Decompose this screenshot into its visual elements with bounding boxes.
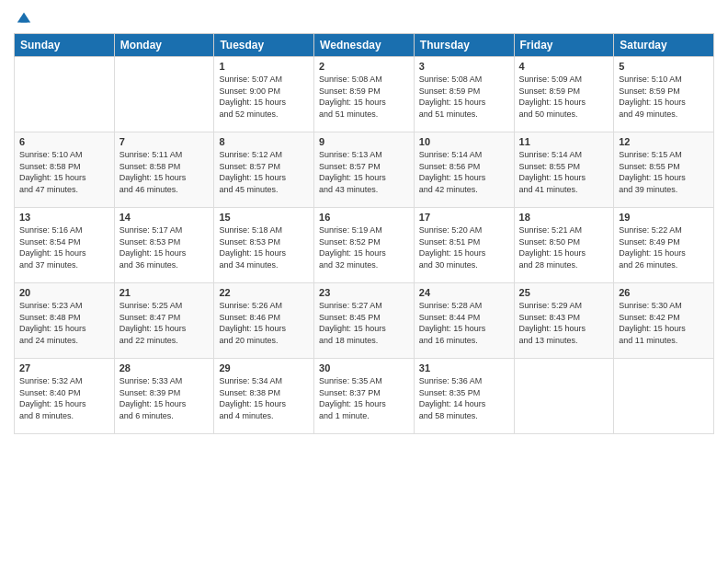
cell-content: Sunrise: 5:14 AM Sunset: 8:55 PM Dayligh…: [519, 149, 609, 195]
calendar-cell: 24Sunrise: 5:28 AM Sunset: 8:44 PM Dayli…: [414, 283, 514, 359]
calendar-cell: 26Sunrise: 5:30 AM Sunset: 8:42 PM Dayli…: [614, 283, 714, 359]
day-number: 5: [619, 61, 709, 72]
day-number: 1: [219, 61, 309, 72]
cell-content: Sunrise: 5:28 AM Sunset: 8:44 PM Dayligh…: [419, 300, 509, 346]
day-number: 9: [319, 136, 409, 147]
calendar-cell: 3Sunrise: 5:08 AM Sunset: 8:59 PM Daylig…: [414, 57, 514, 132]
cell-content: Sunrise: 5:36 AM Sunset: 8:35 PM Dayligh…: [419, 375, 509, 421]
calendar-day-header: Thursday: [414, 34, 514, 57]
calendar-day-header: Tuesday: [214, 34, 314, 57]
calendar-cell: 14Sunrise: 5:17 AM Sunset: 8:53 PM Dayli…: [114, 208, 214, 283]
cell-content: Sunrise: 5:15 AM Sunset: 8:55 PM Dayligh…: [619, 149, 709, 195]
calendar-header-row: SundayMondayTuesdayWednesdayThursdayFrid…: [15, 34, 714, 57]
cell-content: Sunrise: 5:14 AM Sunset: 8:56 PM Dayligh…: [419, 149, 509, 195]
day-number: 8: [219, 136, 309, 147]
cell-content: Sunrise: 5:19 AM Sunset: 8:52 PM Dayligh…: [319, 224, 409, 270]
day-number: 3: [419, 61, 509, 72]
calendar-cell: 25Sunrise: 5:29 AM Sunset: 8:43 PM Dayli…: [514, 283, 614, 359]
calendar-cell: 6Sunrise: 5:10 AM Sunset: 8:58 PM Daylig…: [15, 132, 115, 208]
logo: [14, 9, 32, 26]
day-number: 20: [19, 287, 109, 298]
calendar-cell: 10Sunrise: 5:14 AM Sunset: 8:56 PM Dayli…: [414, 132, 514, 208]
day-number: 30: [319, 362, 409, 373]
cell-content: Sunrise: 5:35 AM Sunset: 8:37 PM Dayligh…: [319, 375, 409, 421]
svg-marker-1: [20, 17, 27, 22]
day-number: 31: [419, 362, 509, 373]
day-number: 11: [519, 136, 609, 147]
calendar-cell: 2Sunrise: 5:08 AM Sunset: 8:59 PM Daylig…: [314, 57, 415, 132]
cell-content: Sunrise: 5:16 AM Sunset: 8:54 PM Dayligh…: [19, 224, 109, 270]
cell-content: Sunrise: 5:25 AM Sunset: 8:47 PM Dayligh…: [119, 300, 210, 346]
logo-icon: [16, 9, 32, 26]
day-number: 18: [519, 212, 609, 223]
cell-content: Sunrise: 5:08 AM Sunset: 8:59 PM Dayligh…: [419, 74, 509, 120]
calendar-cell: 23Sunrise: 5:27 AM Sunset: 8:45 PM Dayli…: [314, 283, 415, 359]
header: [14, 9, 714, 26]
cell-content: Sunrise: 5:18 AM Sunset: 8:53 PM Dayligh…: [219, 224, 309, 270]
calendar-week-row: 13Sunrise: 5:16 AM Sunset: 8:54 PM Dayli…: [15, 208, 714, 283]
cell-content: Sunrise: 5:33 AM Sunset: 8:39 PM Dayligh…: [119, 375, 210, 421]
calendar-cell: 16Sunrise: 5:19 AM Sunset: 8:52 PM Dayli…: [314, 208, 415, 283]
calendar-cell: 13Sunrise: 5:16 AM Sunset: 8:54 PM Dayli…: [15, 208, 115, 283]
calendar-cell: 5Sunrise: 5:10 AM Sunset: 8:59 PM Daylig…: [614, 57, 714, 132]
day-number: 22: [219, 287, 309, 298]
calendar-cell: 30Sunrise: 5:35 AM Sunset: 8:37 PM Dayli…: [314, 359, 415, 434]
day-number: 12: [619, 136, 709, 147]
cell-content: Sunrise: 5:26 AM Sunset: 8:46 PM Dayligh…: [219, 300, 309, 346]
calendar-day-header: Sunday: [15, 34, 115, 57]
day-number: 10: [419, 136, 509, 147]
day-number: 23: [319, 287, 409, 298]
cell-content: Sunrise: 5:32 AM Sunset: 8:40 PM Dayligh…: [19, 375, 109, 421]
page: SundayMondayTuesdayWednesdayThursdayFrid…: [0, 0, 728, 563]
calendar-cell: 19Sunrise: 5:22 AM Sunset: 8:49 PM Dayli…: [614, 208, 714, 283]
cell-content: Sunrise: 5:09 AM Sunset: 8:59 PM Dayligh…: [519, 74, 609, 120]
cell-content: Sunrise: 5:27 AM Sunset: 8:45 PM Dayligh…: [319, 300, 409, 346]
calendar-cell: 11Sunrise: 5:14 AM Sunset: 8:55 PM Dayli…: [514, 132, 614, 208]
day-number: 29: [219, 362, 309, 373]
cell-content: Sunrise: 5:21 AM Sunset: 8:50 PM Dayligh…: [519, 224, 609, 270]
calendar-cell: [15, 57, 115, 132]
day-number: 13: [19, 212, 109, 223]
calendar-cell: [514, 359, 614, 434]
calendar-cell: 28Sunrise: 5:33 AM Sunset: 8:39 PM Dayli…: [114, 359, 214, 434]
day-number: 7: [119, 136, 210, 147]
day-number: 17: [419, 212, 509, 223]
calendar-week-row: 27Sunrise: 5:32 AM Sunset: 8:40 PM Dayli…: [15, 359, 714, 434]
calendar-week-row: 6Sunrise: 5:10 AM Sunset: 8:58 PM Daylig…: [15, 132, 714, 208]
calendar-cell: 18Sunrise: 5:21 AM Sunset: 8:50 PM Dayli…: [514, 208, 614, 283]
cell-content: Sunrise: 5:10 AM Sunset: 8:59 PM Dayligh…: [619, 74, 709, 120]
cell-content: Sunrise: 5:34 AM Sunset: 8:38 PM Dayligh…: [219, 375, 309, 421]
cell-content: Sunrise: 5:23 AM Sunset: 8:48 PM Dayligh…: [19, 300, 109, 346]
calendar-cell: [114, 57, 214, 132]
calendar-cell: 31Sunrise: 5:36 AM Sunset: 8:35 PM Dayli…: [414, 359, 514, 434]
calendar-cell: 21Sunrise: 5:25 AM Sunset: 8:47 PM Dayli…: [114, 283, 214, 359]
day-number: 27: [19, 362, 109, 373]
day-number: 4: [519, 61, 609, 72]
calendar-cell: [614, 359, 714, 434]
calendar-day-header: Friday: [514, 34, 614, 57]
cell-content: Sunrise: 5:13 AM Sunset: 8:57 PM Dayligh…: [319, 149, 409, 195]
calendar-cell: 12Sunrise: 5:15 AM Sunset: 8:55 PM Dayli…: [614, 132, 714, 208]
day-number: 19: [619, 212, 709, 223]
calendar-cell: 29Sunrise: 5:34 AM Sunset: 8:38 PM Dayli…: [214, 359, 314, 434]
cell-content: Sunrise: 5:22 AM Sunset: 8:49 PM Dayligh…: [619, 224, 709, 270]
day-number: 21: [119, 287, 210, 298]
calendar-cell: 17Sunrise: 5:20 AM Sunset: 8:51 PM Dayli…: [414, 208, 514, 283]
day-number: 16: [319, 212, 409, 223]
cell-content: Sunrise: 5:20 AM Sunset: 8:51 PM Dayligh…: [419, 224, 509, 270]
cell-content: Sunrise: 5:29 AM Sunset: 8:43 PM Dayligh…: [519, 300, 609, 346]
calendar-cell: 7Sunrise: 5:11 AM Sunset: 8:58 PM Daylig…: [114, 132, 214, 208]
cell-content: Sunrise: 5:12 AM Sunset: 8:57 PM Dayligh…: [219, 149, 309, 195]
day-number: 24: [419, 287, 509, 298]
calendar-cell: 9Sunrise: 5:13 AM Sunset: 8:57 PM Daylig…: [314, 132, 415, 208]
cell-content: Sunrise: 5:10 AM Sunset: 8:58 PM Dayligh…: [19, 149, 109, 195]
calendar-cell: 22Sunrise: 5:26 AM Sunset: 8:46 PM Dayli…: [214, 283, 314, 359]
day-number: 25: [519, 287, 609, 298]
calendar-week-row: 20Sunrise: 5:23 AM Sunset: 8:48 PM Dayli…: [15, 283, 714, 359]
day-number: 2: [319, 61, 409, 72]
day-number: 14: [119, 212, 210, 223]
calendar-cell: 8Sunrise: 5:12 AM Sunset: 8:57 PM Daylig…: [214, 132, 314, 208]
cell-content: Sunrise: 5:07 AM Sunset: 9:00 PM Dayligh…: [219, 74, 309, 120]
cell-content: Sunrise: 5:30 AM Sunset: 8:42 PM Dayligh…: [619, 300, 709, 346]
cell-content: Sunrise: 5:11 AM Sunset: 8:58 PM Dayligh…: [119, 149, 210, 195]
